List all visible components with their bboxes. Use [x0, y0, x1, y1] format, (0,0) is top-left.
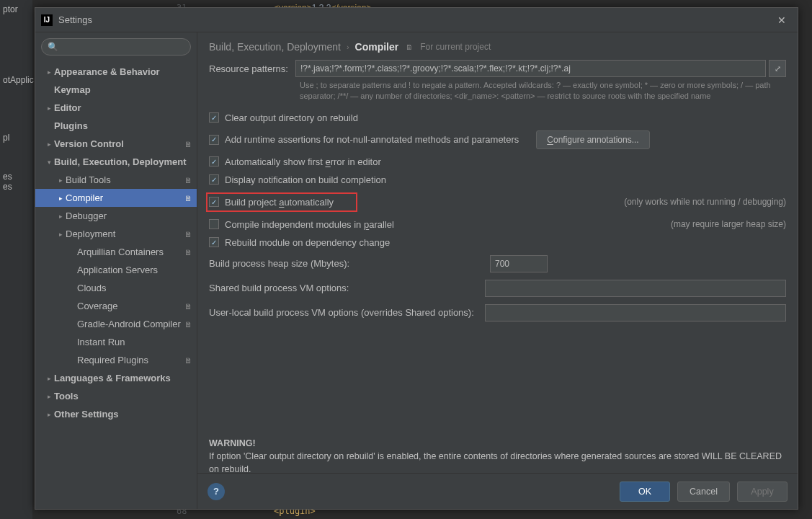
- tree-arrow-icon: [55, 213, 66, 220]
- shared-vm-input[interactable]: [485, 280, 786, 297]
- tree-arrow-icon: [44, 411, 54, 418]
- configure-annotations-button[interactable]: Configure annotations...: [536, 130, 649, 149]
- tree-arrow-icon: [44, 68, 54, 76]
- resource-patterns-input[interactable]: [295, 60, 766, 77]
- project-scope-icon: 🗎: [182, 230, 192, 239]
- clear-output-checkbox[interactable]: Clear output directory on rebuild: [209, 112, 786, 123]
- project-scope-icon: 🗎: [182, 176, 192, 185]
- tree-arrow-icon: [55, 177, 66, 184]
- tree-item-label: Clouds: [77, 283, 192, 293]
- project-scope-icon: 🗎: [404, 42, 414, 52]
- tree-arrow-icon: [55, 195, 66, 202]
- tree-item-instant-run[interactable]: Instant Run: [35, 333, 197, 351]
- dialog-footer: ? OK Cancel Apply: [197, 473, 798, 509]
- tree-item-label: Version Control: [54, 138, 182, 149]
- project-scope-icon: 🗎: [182, 140, 192, 148]
- tree-item-deployment[interactable]: Deployment🗎: [35, 225, 197, 243]
- tree-item-plugins[interactable]: Plugins: [35, 117, 197, 135]
- runtime-assertions-checkbox[interactable]: Add runtime assertions for not-null-anno…: [209, 130, 786, 149]
- tree-item-label: Build Tools: [66, 174, 182, 185]
- tree-item-label: Coverage: [77, 301, 182, 311]
- tree-item-debugger[interactable]: Debugger: [35, 207, 197, 225]
- tree-item-label: Plugins: [54, 120, 192, 131]
- titlebar: IJ Settings ✕: [35, 8, 798, 32]
- warning-block: WARNING! If option 'Clear output directo…: [209, 437, 786, 473]
- tree-item-label: Keymap: [54, 84, 192, 95]
- tree-item-label: Appearance & Behavior: [54, 66, 192, 77]
- heap-size-label: Build process heap size (Mbytes):: [209, 258, 490, 269]
- warning-title: WARNING!: [209, 437, 786, 450]
- settings-tree[interactable]: Appearance & BehaviorKeymapEditorPlugins…: [35, 60, 197, 509]
- project-scope-icon: 🗎: [182, 356, 192, 365]
- tree-item-application-servers[interactable]: Application Servers: [35, 261, 197, 279]
- tree-arrow-icon: [44, 141, 54, 148]
- tree-item-required-plugins[interactable]: Required Plugins🗎: [35, 351, 197, 369]
- breadcrumb: Build, Execution, Deployment › Compiler …: [197, 32, 798, 60]
- tree-item-appearance-behavior[interactable]: Appearance & Behavior: [35, 63, 197, 81]
- tree-item-tools[interactable]: Tools: [35, 387, 197, 405]
- tree-item-label: Required Plugins: [77, 355, 182, 365]
- build-automatically-checkbox[interactable]: Build project automatically: [206, 192, 357, 212]
- search-icon: 🔍: [48, 42, 58, 52]
- ok-button[interactable]: OK: [620, 482, 670, 502]
- project-scope-label: For current project: [420, 42, 491, 52]
- expand-field-button[interactable]: ⤢: [769, 60, 786, 77]
- tree-item-compiler[interactable]: Compiler🗎: [35, 189, 197, 207]
- tree-item-label: Debugger: [66, 210, 192, 221]
- project-tool-edge: ptor otApplic pl eses: [0, 0, 32, 519]
- build-automatically-note: (only works while not running / debuggin…: [624, 197, 786, 207]
- rebuild-on-dep-change-checkbox[interactable]: Rebuild module on dependency change: [209, 237, 786, 248]
- compile-parallel-checkbox[interactable]: Compile independent modules in parallel …: [209, 219, 786, 230]
- apply-button[interactable]: Apply: [737, 482, 788, 502]
- compile-parallel-note: (may require larger heap size): [656, 219, 786, 229]
- checkbox-icon: [209, 174, 219, 185]
- cancel-button[interactable]: Cancel: [677, 482, 730, 502]
- tree-item-coverage[interactable]: Coverage🗎: [35, 297, 197, 315]
- app-icon: IJ: [41, 14, 53, 26]
- tree-item-editor[interactable]: Editor: [35, 99, 197, 117]
- checkbox-icon: [209, 135, 219, 145]
- user-vm-input[interactable]: [485, 304, 786, 321]
- tree-item-other-settings[interactable]: Other Settings: [35, 405, 197, 423]
- tree-item-languages-frameworks[interactable]: Languages & Frameworks: [35, 369, 197, 387]
- settings-main: Build, Execution, Deployment › Compiler …: [197, 32, 798, 509]
- tree-item-keymap[interactable]: Keymap: [35, 81, 197, 99]
- project-scope-icon: 🗎: [182, 194, 192, 203]
- search-input[interactable]: [61, 42, 184, 52]
- tree-item-label: Gradle-Android Compiler: [77, 319, 182, 329]
- tree-item-label: Instant Run: [77, 337, 192, 347]
- tree-item-label: Tools: [54, 391, 192, 402]
- tree-arrow-icon: [55, 231, 66, 238]
- tree-item-label: Arquillian Containers: [77, 247, 182, 257]
- tree-item-build-tools[interactable]: Build Tools🗎: [35, 171, 197, 189]
- tree-item-gradle-android-compiler[interactable]: Gradle-Android Compiler🗎: [35, 315, 197, 333]
- tree-item-build-execution-deployment[interactable]: Build, Execution, Deployment: [35, 153, 197, 171]
- shared-vm-label: Shared build process VM options:: [209, 283, 485, 293]
- tree-arrow-icon: [44, 159, 54, 166]
- checkbox-icon: [209, 156, 219, 167]
- settings-sidebar: 🔍 Appearance & BehaviorKeymapEditorPlugi…: [35, 32, 197, 509]
- checkbox-icon: [209, 237, 219, 247]
- tree-arrow-icon: [44, 375, 54, 382]
- warning-body: If option 'Clear output directory on reb…: [209, 450, 786, 473]
- tree-arrow-icon: [44, 105, 54, 112]
- tree-item-version-control[interactable]: Version Control🗎: [35, 135, 197, 153]
- user-vm-label: User-local build process VM options (ove…: [209, 307, 485, 318]
- checkbox-icon: [209, 219, 219, 229]
- breadcrumb-current: Compiler: [355, 41, 399, 53]
- build-notification-checkbox[interactable]: Display notification on build completion: [209, 174, 786, 185]
- breadcrumb-parent[interactable]: Build, Execution, Deployment: [209, 41, 341, 53]
- tree-item-label: Build, Execution, Deployment: [54, 156, 192, 167]
- show-first-error-checkbox[interactable]: Automatically show first error in editor: [209, 156, 786, 167]
- tree-item-arquillian-containers[interactable]: Arquillian Containers🗎: [35, 243, 197, 261]
- resource-patterns-label: Resource patterns:: [209, 63, 295, 74]
- tree-item-clouds[interactable]: Clouds: [35, 279, 197, 297]
- project-scope-icon: 🗎: [182, 302, 192, 311]
- search-box[interactable]: 🔍: [41, 38, 191, 56]
- help-button[interactable]: ?: [208, 483, 225, 500]
- heap-size-input[interactable]: [490, 255, 548, 272]
- tree-item-label: Other Settings: [54, 409, 192, 420]
- close-button[interactable]: ✕: [772, 10, 792, 30]
- tree-arrow-icon: [44, 393, 54, 400]
- checkbox-icon: [209, 112, 219, 123]
